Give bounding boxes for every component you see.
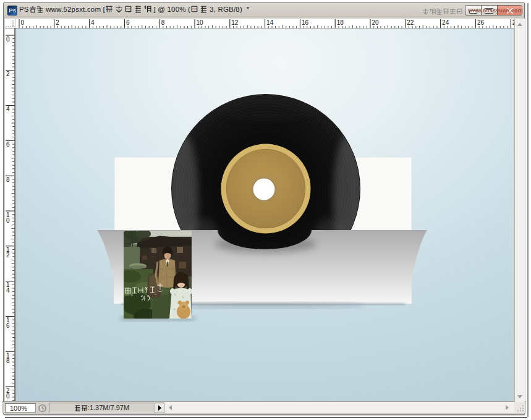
svg-text:4: 4 bbox=[6, 106, 10, 113]
svg-text:2: 2 bbox=[6, 252, 10, 259]
svg-text:14: 14 bbox=[266, 19, 274, 26]
svg-text:18: 18 bbox=[337, 19, 344, 26]
svg-text:6: 6 bbox=[6, 141, 10, 148]
svg-text:8: 8 bbox=[6, 176, 10, 183]
svg-text:12: 12 bbox=[231, 19, 239, 26]
svg-text:26: 26 bbox=[477, 19, 485, 26]
svg-text:20: 20 bbox=[372, 19, 380, 26]
svg-text:2: 2 bbox=[56, 19, 59, 26]
svg-text:2: 2 bbox=[6, 71, 10, 77]
svg-text:8: 8 bbox=[6, 358, 10, 364]
svg-text:6: 6 bbox=[6, 322, 10, 329]
svg-text:10: 10 bbox=[197, 19, 204, 26]
svg-text:6: 6 bbox=[126, 19, 130, 26]
svg-text:8: 8 bbox=[161, 19, 165, 26]
svg-text:0: 0 bbox=[21, 19, 25, 26]
svg-text:16: 16 bbox=[302, 19, 309, 26]
svg-text:22: 22 bbox=[407, 19, 414, 26]
svg-text:4: 4 bbox=[91, 19, 95, 26]
svg-text:4: 4 bbox=[6, 287, 10, 294]
svg-text:0: 0 bbox=[6, 393, 10, 400]
svg-text:24: 24 bbox=[442, 19, 449, 26]
svg-text:0: 0 bbox=[6, 36, 10, 43]
svg-text:0: 0 bbox=[6, 217, 10, 224]
